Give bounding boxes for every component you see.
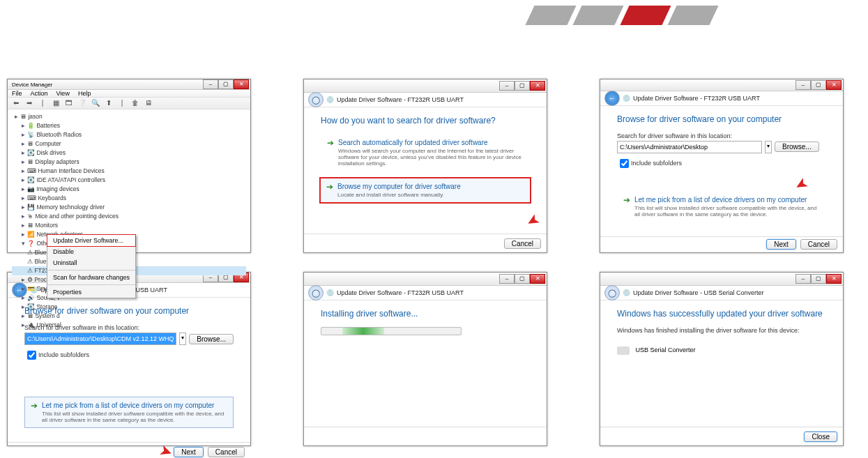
titlebar: –▢✕	[304, 79, 547, 93]
maximize-icon[interactable]: ▢	[515, 274, 530, 284]
maximize-icon[interactable]: ▢	[218, 79, 234, 89]
menu-action[interactable]: Action	[31, 90, 48, 97]
path-input[interactable]	[24, 333, 176, 345]
breadcrumb: ◯ 💿 Update Driver Software - FT232R USB …	[304, 93, 547, 107]
crumb-title: Update Driver Software - FT232R USB UART	[633, 95, 760, 102]
toolbar: ⬅ ➡ | ▦ 🗔 ❔ 🔍 ⬆ | 🗑 🖥	[8, 98, 250, 109]
ctx-scan[interactable]: Scan for hardware changes	[47, 272, 135, 283]
disk-icon: 💿	[326, 96, 334, 103]
context-menu: Update Driver Software... Disable Uninst…	[47, 234, 136, 298]
back-icon: ◯	[604, 285, 620, 300]
device-manager-window: Device Manager – ▢ ✕ File Action View He…	[7, 79, 251, 253]
minimize-icon[interactable]: –	[795, 274, 811, 284]
heading: Browse for driver software on your compu…	[24, 306, 234, 316]
arrow-icon: ➔	[326, 183, 333, 198]
next-button[interactable]: Next	[766, 239, 796, 250]
cancel-button[interactable]: Cancel	[208, 447, 245, 457]
progress-bar	[321, 327, 462, 335]
footer: ➤ Next Cancel	[8, 442, 250, 458]
disk-icon: 💿	[326, 289, 334, 296]
window-controls: – ▢ ✕	[203, 79, 249, 89]
maximize-icon[interactable]: ▢	[811, 80, 826, 90]
heading: Installing driver software...	[321, 309, 530, 319]
breadcrumb: ◯ 💿 Update Driver Software - FT232R USB …	[304, 286, 547, 300]
header-parallelograms	[530, 6, 719, 26]
ctx-disable[interactable]: Disable	[47, 246, 135, 257]
update-icon[interactable]: ⬆	[103, 98, 114, 109]
arrow-icon: ➔	[623, 196, 630, 217]
include-subfolders[interactable]: Include subfolders	[617, 157, 826, 170]
maximize-icon[interactable]: ▢	[515, 81, 530, 91]
cancel-button[interactable]: Cancel	[800, 239, 837, 250]
minimize-icon[interactable]: –	[499, 274, 515, 284]
help-icon[interactable]: ❔	[77, 98, 88, 109]
sep: |	[37, 98, 48, 109]
close-button[interactable]: Close	[804, 432, 837, 442]
ctx-properties[interactable]: Properties	[47, 287, 135, 298]
close-icon[interactable]: ✕	[826, 274, 842, 284]
option-browse[interactable]: ➔ Browse my computer for driver software…	[319, 177, 531, 204]
scan-icon[interactable]: 🔍	[90, 98, 101, 109]
heading: Browse for driver software on your compu…	[617, 114, 826, 124]
close-icon[interactable]: ✕	[234, 79, 249, 89]
fwd-icon[interactable]: ➡	[24, 98, 35, 109]
crumb-title: Update Driver Software - FT232R USB UART	[337, 289, 464, 296]
titlebar-title: Device Manager	[9, 82, 203, 88]
titlebar: –▢✕	[304, 273, 547, 286]
sub-label: Windows has finished installing the driv…	[617, 327, 826, 334]
props-icon[interactable]: ▦	[50, 98, 61, 109]
browse-button[interactable]: Browse...	[775, 142, 819, 152]
menubar: File Action View Help	[8, 90, 250, 98]
next-button[interactable]: Next	[174, 447, 204, 457]
device-row: USB Serial Converter	[617, 346, 826, 355]
minimize-icon[interactable]: –	[203, 79, 218, 89]
search-label: Search for driver software in this locat…	[24, 324, 234, 331]
titlebar: Device Manager – ▢ ✕	[8, 79, 250, 90]
back-icon: ◯	[308, 285, 323, 300]
disk-icon: 💿	[623, 95, 630, 102]
dropdown-icon[interactable]: ▾	[765, 141, 772, 153]
menu-file[interactable]: File	[12, 90, 22, 97]
close-icon[interactable]: ✕	[826, 80, 842, 90]
red-arrow-annotation: ➤	[524, 210, 544, 232]
close-icon[interactable]: ✕	[530, 81, 545, 91]
cancel-button[interactable]: Cancel	[504, 238, 541, 249]
option-pick-list[interactable]: ➔ Let me pick from a list of device driv…	[24, 397, 234, 428]
wizard-installing-window: –▢✕ ◯ 💿 Update Driver Software - FT232R …	[303, 272, 547, 446]
browse-button[interactable]: Browse...	[189, 334, 234, 344]
crumb-title: Update Driver Software - USB Serial Conv…	[633, 289, 764, 296]
refresh-icon[interactable]: 🗔	[63, 98, 75, 109]
heading: Windows has successfully updated your dr…	[617, 309, 826, 319]
computer-icon[interactable]: 🖥	[143, 98, 154, 109]
uninstall-icon[interactable]: 🗑	[130, 98, 141, 109]
wizard-success-window: –▢✕ ◯ 💿 Update Driver Software - USB Ser…	[600, 272, 844, 446]
back-icon[interactable]: ⬅	[10, 98, 22, 109]
back-icon[interactable]: ◯	[308, 92, 323, 107]
crumb-title: Update Driver Software - FT232R USB UART	[337, 96, 464, 103]
wizard-search-window: –▢✕ ◯ 💿 Update Driver Software - FT232R …	[303, 79, 547, 253]
ctx-uninstall[interactable]: Uninstall	[47, 257, 135, 268]
device-name: USB Serial Converter	[636, 346, 696, 353]
breadcrumb: ← 💿 Update Driver Software - FT232R USB …	[600, 91, 843, 106]
close-icon[interactable]: ✕	[530, 274, 545, 284]
include-subfolders[interactable]: Include subfolders	[24, 349, 234, 362]
device-icon	[617, 346, 630, 355]
red-arrow-annotation: ➤	[157, 441, 175, 458]
maximize-icon[interactable]: ▢	[811, 274, 826, 284]
footer: Next Cancel	[600, 236, 843, 252]
option-pick-list[interactable]: ➔ Let me pick from a list of device driv…	[617, 191, 826, 222]
dropdown-icon[interactable]: ▾	[179, 333, 186, 345]
screenshots-grid: Device Manager – ▢ ✕ File Action View He…	[7, 79, 844, 446]
heading: How do you want to search for driver sof…	[321, 116, 530, 125]
back-icon[interactable]: ←	[604, 91, 620, 106]
menu-help[interactable]: Help	[78, 90, 91, 97]
footer: Cancel	[304, 234, 547, 252]
sep: |	[116, 98, 128, 109]
menu-view[interactable]: View	[56, 90, 70, 97]
minimize-icon[interactable]: –	[499, 81, 515, 91]
minimize-icon[interactable]: –	[795, 80, 811, 90]
breadcrumb: ◯ 💿 Update Driver Software - USB Serial …	[600, 286, 843, 300]
option-search-auto[interactable]: ➔ Search automatically for updated drive…	[321, 134, 530, 171]
ctx-update-driver[interactable]: Update Driver Software...	[47, 234, 136, 247]
path-input[interactable]	[617, 141, 762, 153]
